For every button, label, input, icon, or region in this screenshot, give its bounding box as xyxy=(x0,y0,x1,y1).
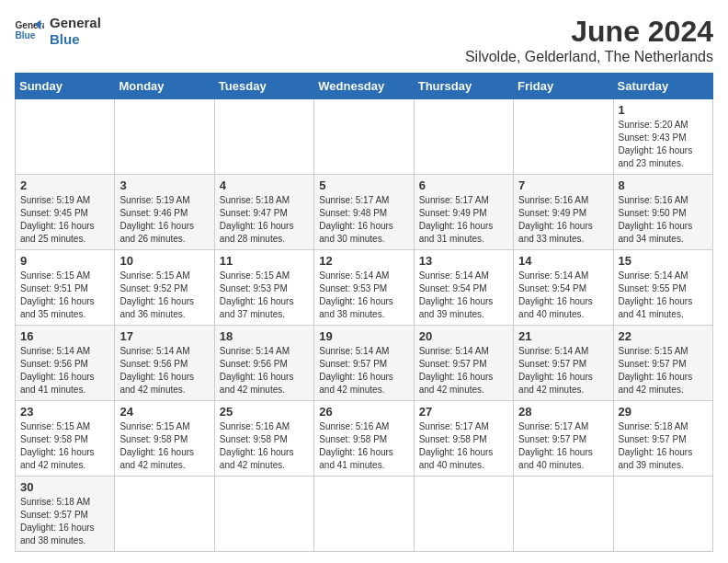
day-info: Sunrise: 5:15 AM Sunset: 9:53 PM Dayligh… xyxy=(220,270,309,321)
day-number: 10 xyxy=(119,254,209,268)
day-info: Sunrise: 5:14 AM Sunset: 9:56 PM Dayligh… xyxy=(119,345,209,396)
calendar-cell: 10Sunrise: 5:15 AM Sunset: 9:52 PM Dayli… xyxy=(115,250,214,326)
day-info: Sunrise: 5:15 AM Sunset: 9:52 PM Dayligh… xyxy=(119,270,209,321)
day-number: 29 xyxy=(619,405,708,419)
calendar-cell: 22Sunrise: 5:15 AM Sunset: 9:57 PM Dayli… xyxy=(613,326,712,401)
calendar-cell: 23Sunrise: 5:15 AM Sunset: 9:58 PM Dayli… xyxy=(16,401,115,477)
weekday-header-tuesday: Tuesday xyxy=(214,74,313,99)
calendar-cell: 4Sunrise: 5:18 AM Sunset: 9:47 PM Daylig… xyxy=(214,175,313,250)
calendar-week-6: 30Sunrise: 5:18 AM Sunset: 9:57 PM Dayli… xyxy=(16,477,713,552)
day-number: 22 xyxy=(619,329,708,343)
day-number: 4 xyxy=(220,178,309,192)
day-info: Sunrise: 5:16 AM Sunset: 9:58 PM Dayligh… xyxy=(220,420,309,472)
calendar-cell xyxy=(16,99,115,175)
calendar-cell: 5Sunrise: 5:17 AM Sunset: 9:48 PM Daylig… xyxy=(314,175,414,250)
calendar-week-5: 23Sunrise: 5:15 AM Sunset: 9:58 PM Dayli… xyxy=(16,401,713,477)
calendar-cell: 26Sunrise: 5:16 AM Sunset: 9:58 PM Dayli… xyxy=(314,401,414,477)
day-info: Sunrise: 5:15 AM Sunset: 9:58 PM Dayligh… xyxy=(119,420,209,472)
day-number: 28 xyxy=(518,405,608,419)
calendar-cell xyxy=(314,99,414,175)
day-info: Sunrise: 5:14 AM Sunset: 9:53 PM Dayligh… xyxy=(319,270,408,321)
weekday-header-row: SundayMondayTuesdayWednesdayThursdayFrid… xyxy=(16,74,713,99)
weekday-header-saturday: Saturday xyxy=(613,74,712,99)
calendar-cell: 28Sunrise: 5:17 AM Sunset: 9:57 PM Dayli… xyxy=(514,401,613,477)
calendar-cell: 19Sunrise: 5:14 AM Sunset: 9:57 PM Dayli… xyxy=(314,326,414,401)
day-number: 23 xyxy=(20,405,109,419)
day-number: 6 xyxy=(419,178,508,192)
day-info: Sunrise: 5:17 AM Sunset: 9:58 PM Dayligh… xyxy=(419,420,508,472)
day-number: 25 xyxy=(220,405,309,419)
calendar-cell: 30Sunrise: 5:18 AM Sunset: 9:57 PM Dayli… xyxy=(16,477,115,552)
day-number: 19 xyxy=(319,329,408,343)
calendar-cell: 7Sunrise: 5:16 AM Sunset: 9:49 PM Daylig… xyxy=(514,175,613,250)
calendar-cell: 20Sunrise: 5:14 AM Sunset: 9:57 PM Dayli… xyxy=(414,326,513,401)
day-number: 24 xyxy=(119,405,209,419)
calendar-cell: 17Sunrise: 5:14 AM Sunset: 9:56 PM Dayli… xyxy=(115,326,214,401)
calendar-cell: 8Sunrise: 5:16 AM Sunset: 9:50 PM Daylig… xyxy=(613,175,712,250)
calendar-cell: 11Sunrise: 5:15 AM Sunset: 9:53 PM Dayli… xyxy=(214,250,313,326)
calendar-cell: 9Sunrise: 5:15 AM Sunset: 9:51 PM Daylig… xyxy=(16,250,115,326)
calendar-week-1: 1Sunrise: 5:20 AM Sunset: 9:43 PM Daylig… xyxy=(16,99,713,175)
day-info: Sunrise: 5:18 AM Sunset: 9:57 PM Dayligh… xyxy=(619,420,708,472)
weekday-header-wednesday: Wednesday xyxy=(314,74,414,99)
day-info: Sunrise: 5:20 AM Sunset: 9:43 PM Dayligh… xyxy=(619,119,708,170)
location-subtitle: Silvolde, Gelderland, The Netherlands xyxy=(465,49,713,65)
day-number: 18 xyxy=(220,329,309,343)
calendar-cell: 13Sunrise: 5:14 AM Sunset: 9:54 PM Dayli… xyxy=(414,250,513,326)
day-number: 1 xyxy=(619,103,708,117)
day-number: 13 xyxy=(419,254,508,268)
day-info: Sunrise: 5:15 AM Sunset: 9:51 PM Dayligh… xyxy=(20,270,109,321)
day-info: Sunrise: 5:19 AM Sunset: 9:46 PM Dayligh… xyxy=(119,194,209,246)
calendar-cell: 15Sunrise: 5:14 AM Sunset: 9:55 PM Dayli… xyxy=(613,250,712,326)
title-area: June 2024 Silvolde, Gelderland, The Neth… xyxy=(465,15,713,65)
calendar-cell xyxy=(514,99,613,175)
calendar-cell: 27Sunrise: 5:17 AM Sunset: 9:58 PM Dayli… xyxy=(414,401,513,477)
calendar-cell: 1Sunrise: 5:20 AM Sunset: 9:43 PM Daylig… xyxy=(613,99,712,175)
day-number: 3 xyxy=(119,178,209,192)
calendar-week-4: 16Sunrise: 5:14 AM Sunset: 9:56 PM Dayli… xyxy=(16,326,713,401)
day-info: Sunrise: 5:18 AM Sunset: 9:57 PM Dayligh… xyxy=(20,496,109,547)
day-info: Sunrise: 5:15 AM Sunset: 9:58 PM Dayligh… xyxy=(20,420,109,472)
logo-icon: General Blue xyxy=(15,18,44,44)
day-info: Sunrise: 5:18 AM Sunset: 9:47 PM Dayligh… xyxy=(220,194,309,246)
day-info: Sunrise: 5:14 AM Sunset: 9:56 PM Dayligh… xyxy=(220,345,309,396)
day-number: 17 xyxy=(119,329,209,343)
day-number: 30 xyxy=(20,480,109,494)
day-number: 26 xyxy=(319,405,408,419)
day-number: 16 xyxy=(20,329,109,343)
day-number: 20 xyxy=(419,329,508,343)
day-info: Sunrise: 5:14 AM Sunset: 9:55 PM Dayligh… xyxy=(619,270,708,321)
calendar-cell: 12Sunrise: 5:14 AM Sunset: 9:53 PM Dayli… xyxy=(314,250,414,326)
calendar-cell xyxy=(414,477,513,552)
weekday-header-thursday: Thursday xyxy=(414,74,513,99)
day-info: Sunrise: 5:14 AM Sunset: 9:57 PM Dayligh… xyxy=(518,345,608,396)
day-info: Sunrise: 5:17 AM Sunset: 9:48 PM Dayligh… xyxy=(319,194,408,246)
logo: General Blue General Blue xyxy=(15,15,101,48)
day-number: 27 xyxy=(419,405,508,419)
logo-line1: General xyxy=(50,15,101,31)
day-number: 11 xyxy=(220,254,309,268)
day-info: Sunrise: 5:16 AM Sunset: 9:50 PM Dayligh… xyxy=(619,194,708,246)
day-number: 12 xyxy=(319,254,408,268)
svg-text:Blue: Blue xyxy=(15,30,35,40)
day-number: 21 xyxy=(518,329,608,343)
month-title: June 2024 xyxy=(465,15,713,49)
day-number: 14 xyxy=(518,254,608,268)
day-info: Sunrise: 5:16 AM Sunset: 9:49 PM Dayligh… xyxy=(518,194,608,246)
weekday-header-friday: Friday xyxy=(514,74,613,99)
day-info: Sunrise: 5:14 AM Sunset: 9:57 PM Dayligh… xyxy=(319,345,408,396)
day-number: 7 xyxy=(518,178,608,192)
page-header: General Blue General Blue June 2024 Silv… xyxy=(15,15,713,65)
calendar-week-3: 9Sunrise: 5:15 AM Sunset: 9:51 PM Daylig… xyxy=(16,250,713,326)
day-info: Sunrise: 5:17 AM Sunset: 9:49 PM Dayligh… xyxy=(419,194,508,246)
weekday-header-monday: Monday xyxy=(115,74,214,99)
day-info: Sunrise: 5:19 AM Sunset: 9:45 PM Dayligh… xyxy=(20,194,109,246)
calendar-cell xyxy=(514,477,613,552)
calendar-cell xyxy=(115,99,214,175)
calendar-cell: 6Sunrise: 5:17 AM Sunset: 9:49 PM Daylig… xyxy=(414,175,513,250)
calendar-cell xyxy=(414,99,513,175)
calendar-cell: 29Sunrise: 5:18 AM Sunset: 9:57 PM Dayli… xyxy=(613,401,712,477)
calendar-cell: 16Sunrise: 5:14 AM Sunset: 9:56 PM Dayli… xyxy=(16,326,115,401)
calendar-table: SundayMondayTuesdayWednesdayThursdayFrid… xyxy=(15,73,713,552)
calendar-week-2: 2Sunrise: 5:19 AM Sunset: 9:45 PM Daylig… xyxy=(16,175,713,250)
